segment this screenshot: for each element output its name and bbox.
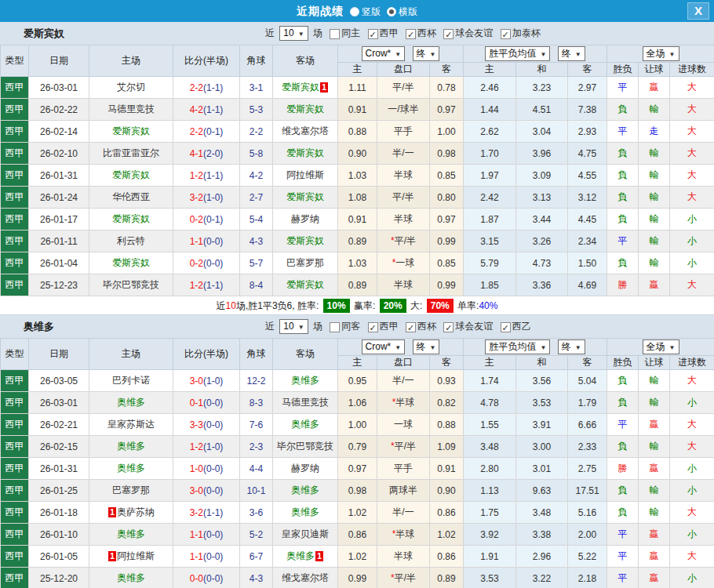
away-team-cell: 皇家贝迪斯: [273, 524, 338, 546]
odds-home-cell: 1.06: [338, 392, 377, 414]
checkbox-same-venue[interactable]: ✓: [330, 322, 340, 332]
chevron-down-icon: ▼: [298, 31, 304, 38]
checkbox-regional-cup[interactable]: ✓: [501, 29, 511, 39]
score-cell: 1-2(1-0): [173, 436, 240, 458]
home-team-cell: 比雷亚雷亚尔: [89, 143, 173, 165]
corner-cell: 8-3: [240, 392, 273, 414]
single-rate: 40%: [479, 300, 497, 311]
close-icon[interactable]: X: [687, 2, 709, 20]
checkbox-second-division-label[interactable]: 西乙: [512, 321, 531, 332]
home-team-cell: 华伦西亚: [89, 187, 173, 209]
checkbox-friendly-label[interactable]: 球会友谊: [455, 321, 493, 332]
handicap-cell: *平/半: [377, 568, 430, 588]
date-cell: 26-01-24: [29, 187, 89, 209]
score-cell: 3-2(1-1): [173, 502, 240, 524]
avg-away-cell: 5.22: [568, 546, 607, 568]
checkbox-friendly[interactable]: ✓: [443, 29, 454, 39]
checkbox-league[interactable]: ✓: [368, 322, 378, 332]
checkbox-league[interactable]: ✓: [368, 29, 378, 39]
goals-cell: 小: [670, 392, 714, 414]
checkbox-league-label[interactable]: 西甲: [380, 321, 399, 332]
avg-select[interactable]: 胜平负均值▼: [485, 46, 550, 61]
checkbox-same-venue[interactable]: ✓: [330, 29, 340, 39]
league-cell: 西甲: [1, 274, 29, 296]
odds-final-select[interactable]: 终▼: [413, 339, 440, 354]
result-cell: 勝: [607, 458, 639, 480]
col-header-home: 主场: [89, 45, 173, 77]
near-label: 近: [265, 321, 275, 332]
home-team-cell: 爱斯宾奴: [89, 252, 173, 274]
period-select[interactable]: 全场▼: [643, 46, 679, 61]
handicap-result-cell: 贏: [639, 77, 670, 99]
result-cell: 負: [607, 502, 639, 524]
avg-draw-cell: 2.96: [516, 546, 568, 568]
col-header-date: 日期: [29, 339, 89, 370]
odds-away-cell: 0.82: [430, 392, 464, 414]
avg-away-cell: 4.55: [568, 165, 607, 187]
odds-final-select[interactable]: 终▼: [413, 46, 440, 61]
chevron-down-icon: ▼: [575, 51, 581, 58]
score-cell: 1-0(0-0): [173, 458, 240, 480]
radio-vertical-label[interactable]: 竖版: [362, 6, 381, 17]
goals-cell: 小: [670, 524, 714, 546]
checkbox-cup[interactable]: ✓: [406, 322, 416, 332]
away-team-cell: 奥维多: [273, 502, 338, 524]
score-cell: 4-2(1-1): [173, 99, 240, 121]
checkbox-second-division[interactable]: ✓: [501, 322, 511, 332]
away-team-cell: 爱斯宾奴: [273, 99, 338, 121]
odds-home-cell: 0.95: [338, 370, 377, 392]
odds-home-cell: 1.02: [338, 546, 377, 568]
league-cell: 西甲: [1, 77, 29, 99]
handicap-win-rate-badge: 20%: [380, 299, 406, 313]
checkbox-league-label[interactable]: 西甲: [380, 27, 399, 38]
checkbox-cup-label[interactable]: 西杯: [417, 321, 436, 332]
avg-home-cell: 1.75: [464, 502, 516, 524]
league-cell: 西甲: [1, 546, 29, 568]
checkbox-cup[interactable]: ✓: [406, 29, 416, 39]
goals-cell: 小: [670, 458, 714, 480]
home-team-cell: 艾尔切: [89, 77, 173, 99]
goals-cell: 大: [670, 414, 714, 436]
date-cell: 26-01-05: [29, 546, 89, 568]
checkbox-friendly-label[interactable]: 球会友谊: [455, 27, 493, 38]
result-cell: 平: [607, 230, 639, 252]
radio-horizontal-label[interactable]: 横版: [399, 6, 417, 17]
col-header-corner: 角球: [240, 339, 273, 370]
radio-vertical-layout[interactable]: [350, 7, 359, 16]
radio-horizontal-layout[interactable]: [387, 7, 396, 16]
col-header-home: 主场: [89, 339, 173, 370]
col-header-score: 比分(半场): [173, 45, 240, 77]
bookmaker-select[interactable]: Crow*▼: [362, 339, 406, 354]
handicap-result-cell: 贏: [639, 274, 670, 296]
handicap-cell: 平/半: [377, 187, 430, 209]
date-cell: 26-01-04: [29, 252, 89, 274]
section-bar-away-team: 奥维多 近 10▼ 场 ✓同客 ✓西甲 ✓西杯 ✓球会友谊 ✓西乙: [0, 315, 714, 338]
match-row: 西甲26-03-05巴列卡诺3-0(1-0)12-2奥维多0.95半/一0.93…: [1, 370, 714, 392]
checkbox-friendly[interactable]: ✓: [443, 322, 454, 332]
handicap-cell: *半球: [377, 392, 430, 414]
section-team-name: 奥维多: [24, 315, 54, 338]
avg-final-select[interactable]: 终▼: [558, 46, 585, 61]
period-select[interactable]: 全场▼: [643, 339, 679, 354]
home-team-cell: 1阿拉维斯: [89, 546, 173, 568]
checkbox-cup-label[interactable]: 西杯: [417, 27, 436, 38]
goals-cell: 大: [670, 436, 714, 458]
avg-select[interactable]: 胜平负均值▼: [485, 339, 550, 354]
match-count-select[interactable]: 10▼: [279, 26, 308, 41]
result-cell: 負: [607, 392, 639, 414]
league-cell: 西甲: [1, 121, 29, 143]
avg-draw-cell: 3.00: [516, 436, 568, 458]
result-cell: 負: [607, 480, 639, 502]
col-header-away: 客场: [273, 339, 338, 370]
checkbox-same-venue-label[interactable]: 同客: [341, 321, 360, 332]
bookmaker-select[interactable]: Crow*▼: [362, 46, 406, 61]
checkbox-regional-cup-label[interactable]: 加泰杯: [512, 27, 541, 38]
goals-cell: 小: [670, 480, 714, 502]
chevron-down-icon: ▼: [540, 344, 546, 351]
avg-final-select[interactable]: 终▼: [558, 339, 585, 354]
avg-home-cell: 4.78: [464, 392, 516, 414]
league-cell: 西甲: [1, 436, 29, 458]
league-cell: 西甲: [1, 502, 29, 524]
match-count-select[interactable]: 10▼: [279, 319, 308, 334]
checkbox-same-venue-label[interactable]: 同主: [341, 27, 360, 38]
